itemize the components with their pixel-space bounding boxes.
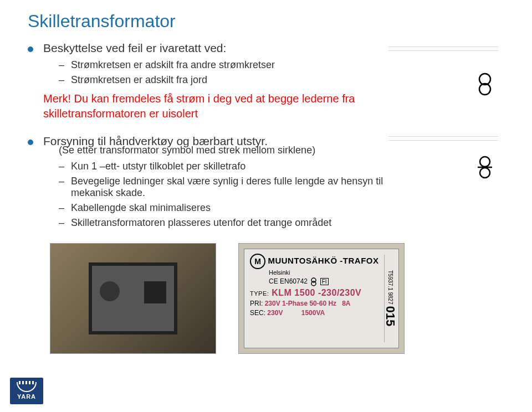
label-cert: CE EN60742 FI bbox=[269, 277, 393, 286]
warning-text: Merk! Du kan fremdeles få strøm i deg ve… bbox=[43, 91, 416, 121]
bullet-item: Forsyning til håndverktøy og bærbart uts… bbox=[28, 135, 416, 229]
label-pri-value: 230V 1-Phase 50-60 Hz bbox=[265, 300, 336, 307]
label-sec-label: SEC: bbox=[250, 309, 265, 317]
sub-item: Bevegelige ledninger skal være synlig i … bbox=[43, 176, 416, 199]
yara-logo: YARA bbox=[10, 378, 43, 404]
transformer-symbol-icon bbox=[477, 72, 493, 99]
bullet-heading: Beskyttelse ved feil er ivaretatt ved: bbox=[43, 42, 226, 54]
page-title: Skilletransformator bbox=[28, 11, 504, 32]
label-sec-value: 230V bbox=[267, 309, 283, 317]
section-2: Forsyning til håndverktøy og bærbart uts… bbox=[28, 135, 416, 229]
sub-list: Strømkretsen er adskilt fra andre strømk… bbox=[43, 59, 416, 86]
bullet-item: Beskyttelse ved feil er ivaretatt ved: S… bbox=[28, 42, 416, 86]
label-cert-text: CE EN60742 bbox=[269, 277, 308, 285]
label-side-code: T5937.1 9827 bbox=[387, 270, 393, 305]
label-side-num: 015 bbox=[383, 306, 397, 327]
photo-row: M MUUNTOSÄHKÖ -TRAFOX Helsinki CE EN6074… bbox=[50, 243, 504, 354]
svg-point-4 bbox=[480, 168, 490, 178]
transformer-device-graphic bbox=[89, 262, 177, 334]
label-plate: M MUUNTOSÄHKÖ -TRAFOX Helsinki CE EN6074… bbox=[244, 249, 399, 348]
sub-item: Strømkretsen er adskilt fra andre strømk… bbox=[43, 59, 416, 71]
label-pri: PRI: 230V 1-Phase 50-60 Hz 8A bbox=[250, 300, 393, 307]
yara-logo-text: YARA bbox=[17, 393, 36, 400]
yara-logo-icon bbox=[17, 382, 37, 392]
label-pri-label: PRI: bbox=[250, 300, 263, 307]
label-brand: MUUNTOSÄHKÖ -TRAFOX bbox=[268, 256, 378, 265]
isolating-transformer-symbol-icon bbox=[477, 155, 493, 182]
label-type-value: KLM 1500 -230/230V bbox=[272, 288, 361, 297]
label-city: Helsinki bbox=[269, 269, 393, 276]
label-sec: SEC: 230V 1500VA bbox=[250, 309, 393, 317]
sub-list: Kun 1 –ett- utstyr tilkoblet per skillet… bbox=[43, 161, 416, 229]
label-type-label: TYPE: bbox=[250, 290, 269, 297]
sub-item: Skilletransformatoren plasseres utenfor … bbox=[43, 217, 416, 229]
label-sec-va: 1500VA bbox=[301, 309, 325, 317]
sub-item: Kabellengde skal minimaliseres bbox=[43, 202, 416, 214]
label-plate-photo: M MUUNTOSÄHKÖ -TRAFOX Helsinki CE EN6074… bbox=[238, 243, 405, 354]
svg-point-2 bbox=[480, 157, 490, 167]
bullet-note: (Se etter transformator symbol med strek… bbox=[59, 145, 416, 156]
label-pri-amp: 8A bbox=[342, 300, 350, 307]
svg-point-6 bbox=[311, 281, 316, 286]
sub-item: Kun 1 –ett- utstyr tilkoblet per skillet… bbox=[43, 161, 416, 172]
brand-logo-icon: M bbox=[250, 254, 265, 269]
label-type: TYPE: KLM 1500 -230/230V bbox=[250, 288, 393, 298]
section-1: Beskyttelse ved feil er ivaretatt ved: S… bbox=[28, 42, 416, 86]
transformer-photo bbox=[50, 243, 216, 354]
label-side: T5937.1 9827 015 bbox=[384, 255, 397, 342]
sub-item: Strømkretsen er adskilt fra jord bbox=[43, 74, 416, 86]
